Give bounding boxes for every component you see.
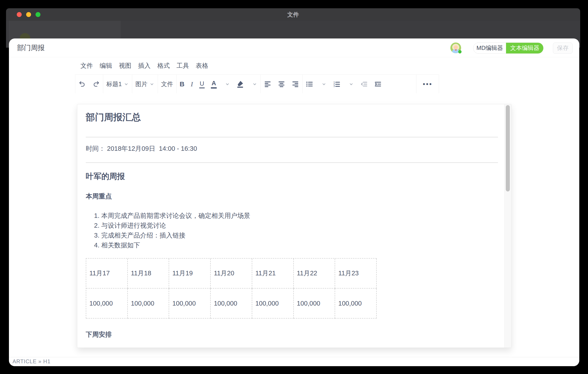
text-editor-button[interactable]: 文本编辑器 bbox=[506, 43, 544, 54]
insert-image-dropdown[interactable]: 图片 bbox=[132, 75, 158, 93]
chevron-down-icon bbox=[321, 81, 327, 87]
italic-button[interactable]: I bbox=[188, 75, 196, 93]
list-item: 本周完成产品前期需求讨论会议，确定相关用户场景 bbox=[94, 211, 498, 220]
table-cell-date[interactable]: 11月17 bbox=[86, 259, 128, 288]
table-cell-value[interactable]: 100,000 bbox=[335, 288, 377, 319]
table-cell-date[interactable]: 11月18 bbox=[128, 259, 169, 288]
undo-button[interactable] bbox=[75, 75, 89, 93]
menu-item[interactable]: 表格 bbox=[196, 62, 208, 70]
table-cell-date[interactable]: 11月23 bbox=[335, 259, 377, 288]
table-cell-date[interactable]: 11月22 bbox=[294, 259, 335, 288]
data-table: 11月1711月1811月1911月2011月2111月2211月23 100,… bbox=[86, 258, 377, 319]
table-cell-date[interactable]: 11月19 bbox=[169, 259, 211, 288]
heading-style-dropdown[interactable]: 标题1 bbox=[103, 75, 132, 93]
menu-bar: 文件编辑视图插入格式工具表格 bbox=[80, 57, 208, 75]
bold-icon: B bbox=[180, 80, 185, 88]
menu-item[interactable]: 插入 bbox=[138, 62, 151, 70]
doc-title: 部门周报汇总 bbox=[86, 111, 498, 123]
weekly-highlights-list: 本周完成产品前期需求讨论会议，确定相关用户场景与设计师进行视觉讨论完成相关产品介… bbox=[94, 211, 498, 250]
document-content[interactable]: 部门周报汇总 时间： 2018年12月09日 14:00 - 16:30 叶军的… bbox=[77, 104, 505, 348]
list-item: 相关数据如下 bbox=[94, 240, 498, 250]
italic-icon: I bbox=[191, 80, 193, 88]
subheading-next-week: 下周安排 bbox=[86, 330, 498, 339]
outdent-button[interactable] bbox=[357, 75, 371, 93]
table-cell-value[interactable]: 100,000 bbox=[169, 288, 211, 319]
bullet-list-button[interactable] bbox=[303, 75, 316, 93]
online-status-dot bbox=[458, 50, 462, 54]
table-cell-value[interactable]: 100,000 bbox=[211, 288, 252, 319]
md-editor-button[interactable]: MD编辑器 bbox=[473, 43, 506, 54]
svg-text:3: 3 bbox=[334, 85, 335, 88]
meeting-time: 时间： 2018年12月09日 14:00 - 16:30 bbox=[86, 143, 498, 154]
desktop-background: 文件 部门周报 MD编辑器 文本编辑器 保存 文件编辑视图插入格式工具表格 bbox=[0, 0, 588, 374]
underline-icon: U bbox=[199, 80, 205, 88]
insert-file-label: 文件 bbox=[161, 80, 173, 88]
menu-item[interactable]: 文件 bbox=[80, 62, 93, 70]
chevron-down-icon bbox=[149, 81, 155, 87]
menu-item[interactable]: 工具 bbox=[177, 62, 189, 70]
divider bbox=[86, 162, 498, 163]
table-cell-date[interactable]: 11月21 bbox=[252, 259, 294, 288]
table-row-values: 100,000100,000100,000100,000100,000100,0… bbox=[86, 288, 377, 319]
status-bar: ARTICLE » H1 bbox=[9, 357, 579, 366]
highlight-button[interactable] bbox=[233, 75, 247, 93]
indent-button[interactable] bbox=[371, 75, 385, 93]
section-heading: 叶军的周报 bbox=[86, 171, 498, 182]
align-left-button[interactable] bbox=[261, 75, 274, 93]
list-item: 完成相关产品介绍：插入链接 bbox=[94, 231, 498, 240]
document-name: 部门周报 bbox=[17, 38, 45, 57]
insert-file-button[interactable]: 文件 bbox=[158, 75, 176, 93]
highlighter-icon bbox=[236, 80, 244, 88]
more-options-button[interactable]: ••• bbox=[416, 75, 439, 93]
align-center-button[interactable] bbox=[274, 75, 288, 93]
scrollbar-thumb[interactable] bbox=[506, 105, 510, 191]
divider bbox=[86, 137, 498, 137]
bullet-list-dropdown[interactable] bbox=[316, 75, 330, 93]
font-color-button[interactable]: A bbox=[208, 75, 220, 93]
bold-button[interactable]: B bbox=[177, 75, 188, 93]
table-cell-value[interactable]: 100,000 bbox=[128, 288, 169, 319]
menu-item[interactable]: 格式 bbox=[157, 62, 170, 70]
avatar-bow bbox=[455, 49, 457, 51]
highlight-dropdown[interactable] bbox=[247, 75, 261, 93]
menu-item[interactable]: 视图 bbox=[119, 62, 131, 70]
subheading-current-week: 本周重点 bbox=[86, 191, 498, 201]
editor-mode-toggle: MD编辑器 文本编辑器 bbox=[473, 43, 544, 54]
window-title: 文件 bbox=[6, 8, 580, 21]
align-right-button[interactable] bbox=[288, 75, 302, 93]
numbered-list-button[interactable]: 1 2 3 bbox=[330, 75, 344, 93]
editor-panel: 部门周报 MD编辑器 文本编辑器 保存 文件编辑视图插入格式工具表格 bbox=[9, 38, 579, 366]
scrollbar-track[interactable] bbox=[504, 104, 511, 348]
document-page[interactable]: 部门周报汇总 时间： 2018年12月09日 14:00 - 16:30 叶军的… bbox=[77, 104, 512, 348]
table-cell-date[interactable]: 11月20 bbox=[211, 259, 252, 288]
chevron-down-icon bbox=[252, 81, 257, 87]
avatar-face bbox=[454, 45, 458, 49]
heading-style-label: 标题1 bbox=[106, 80, 122, 88]
table-cell-value[interactable]: 100,000 bbox=[86, 288, 128, 319]
format-toolbar: 标题1 图片 文件 B I U A bbox=[75, 75, 439, 94]
editor-workspace: 部门周报汇总 时间： 2018年12月09日 14:00 - 16:30 叶军的… bbox=[9, 93, 579, 357]
element-path-breadcrumb: ARTICLE » H1 bbox=[12, 357, 51, 366]
table-cell-value[interactable]: 100,000 bbox=[252, 288, 294, 319]
menu-item[interactable]: 编辑 bbox=[100, 62, 112, 70]
font-color-icon: A bbox=[211, 80, 217, 88]
panel-header: 部门周报 MD编辑器 文本编辑器 保存 bbox=[9, 38, 579, 57]
table-row-dates: 11月1711月1811月1911月2011月2111月2211月23 bbox=[86, 259, 377, 288]
save-button[interactable]: 保存 bbox=[553, 43, 573, 54]
insert-image-label: 图片 bbox=[135, 80, 147, 88]
more-options-icon: ••• bbox=[423, 80, 432, 88]
window-titlebar: 文件 bbox=[6, 8, 580, 21]
table-cell-value[interactable]: 100,000 bbox=[294, 288, 335, 319]
chevron-down-icon bbox=[225, 81, 230, 87]
chevron-down-icon bbox=[124, 81, 129, 87]
font-color-dropdown[interactable] bbox=[220, 75, 233, 93]
redo-button[interactable] bbox=[89, 75, 103, 93]
chevron-down-icon bbox=[348, 81, 354, 87]
underline-button[interactable]: U bbox=[196, 75, 208, 93]
list-item: 与设计师进行视觉讨论 bbox=[94, 220, 498, 231]
numbered-list-dropdown[interactable] bbox=[344, 75, 357, 93]
